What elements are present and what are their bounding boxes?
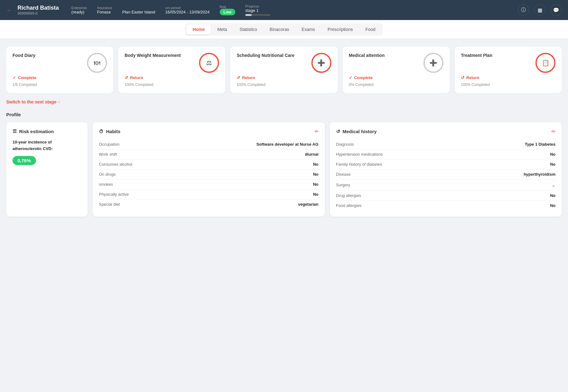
card-completion-food-diary: 1/6 Completed: [13, 83, 107, 87]
history-icon: ↺: [336, 129, 340, 134]
card-completion-medical-attention: 0% Completed: [349, 83, 443, 87]
card-status-treatment-plan[interactable]: ↺ Return: [461, 75, 555, 80]
card-nutritional-care: Scheduling Nutritional Care ➕ ↺ Return 1…: [230, 47, 337, 93]
cards-row: Food Diary 🍽 ✓ Complete 1/6 Completed Bo…: [6, 47, 562, 93]
habits-rows: Occupation Software developer at Nurse A…: [99, 139, 319, 209]
medical-value: Type 1 Diabetes: [525, 142, 555, 147]
medical-label: Food allergies: [336, 203, 362, 208]
risk-value-badge: 0,76%: [13, 156, 36, 165]
patient-name: Richard Batista: [18, 5, 59, 11]
medical-card-title: ↺ Medical history: [336, 129, 377, 134]
card-status-label-food-diary: Complete: [18, 75, 36, 80]
card-completion-nutritional-care: 100% Completed: [237, 83, 331, 87]
nav-tab-food[interactable]: Food: [359, 24, 382, 34]
card-status-label-body-weight: Return: [130, 75, 143, 80]
risk-estimation-card: ☰ Risk estimation 10-year incidence of a…: [6, 122, 88, 217]
progress-bar: [245, 14, 270, 16]
medical-row: Hypertension medications No: [336, 149, 556, 159]
habits-edit-icon[interactable]: ✏: [315, 128, 319, 134]
habits-card: ⏱ Habits ✏ Occupation Software developer…: [93, 122, 325, 217]
period-label: um period: [165, 6, 210, 10]
card-status-icon-food-diary: ✓: [13, 75, 16, 80]
risk-card-header: ☰ Risk estimation: [13, 128, 81, 134]
habits-value: No: [313, 192, 318, 197]
plan-value: Plan Easter Island: [122, 10, 156, 14]
habits-label: Physically active: [99, 192, 129, 197]
calendar-icon: ▦: [538, 7, 542, 13]
card-status-nutritional-care[interactable]: ↺ Return: [237, 75, 331, 80]
medical-row: Family history of diabetes No: [336, 159, 556, 169]
habits-label: Special diet: [99, 202, 120, 207]
card-medical-attention: Medical attention ➕ ✓ Complete 0% Comple…: [343, 47, 450, 93]
card-status-icon-nutritional-care: ↺: [237, 75, 240, 80]
card-title-body-weight: Body Weight Measurement: [125, 53, 199, 58]
nav-tab-meta[interactable]: Meta: [211, 24, 233, 34]
habits-value: No: [313, 182, 318, 187]
medical-value: No: [550, 162, 555, 167]
card-header-treatment-plan: Treatment Plan 📋: [461, 53, 555, 73]
medical-value: hyperthyroidism: [524, 172, 555, 177]
habits-label: On drugs: [99, 172, 115, 177]
risk-card-title: ☰ Risk estimation: [13, 128, 54, 134]
habits-row: smokes No: [99, 179, 319, 189]
chat-icon-button[interactable]: 💬: [550, 4, 562, 16]
nav-tab-home[interactable]: Home: [187, 24, 211, 34]
medical-label: Family history of diabetes: [336, 162, 382, 167]
medical-edit-icon[interactable]: ✏: [551, 128, 555, 134]
habits-row: On drugs No: [99, 169, 319, 179]
habits-row: Special diet vegetarian: [99, 199, 319, 209]
progress-label: Progress: [245, 4, 270, 8]
card-header-body-weight: Body Weight Measurement ⚖: [125, 53, 219, 73]
habits-row: Consumes alcohol No: [99, 159, 319, 169]
medical-row: Diagnosis Type 1 Diabetes: [336, 139, 556, 149]
switch-stage[interactable]: Switch to the next stage→: [6, 99, 562, 104]
insurance-group: Insurance Fonasa: [97, 6, 112, 14]
header-meta: Enterprise (ready) Insurance Fonasa Plan…: [71, 4, 518, 16]
medical-card-header: ↺ Medical history ✏: [336, 128, 556, 134]
main-content: Food Diary 🍽 ✓ Complete 1/6 Completed Bo…: [0, 39, 568, 224]
medical-row: Food allergies No: [336, 201, 556, 210]
plan-label: [122, 6, 156, 10]
back-button[interactable]: ←: [6, 7, 13, 14]
card-icon-treatment-plan: 📋: [535, 53, 555, 73]
medical-row: Surgery ⌄: [336, 179, 556, 191]
progress-stage: stage 1: [245, 8, 270, 13]
habits-card-header: ⏱ Habits ✏: [99, 128, 319, 134]
habits-label: Work shift: [99, 152, 117, 157]
medical-label: Diagnosis: [336, 142, 354, 147]
nav-tab-exams[interactable]: Exams: [295, 24, 321, 34]
chat-icon: 💬: [553, 7, 559, 13]
habits-label: smokes: [99, 182, 113, 187]
card-food-diary: Food Diary 🍽 ✓ Complete 1/6 Completed: [6, 47, 113, 93]
card-treatment-plan: Treatment Plan 📋 ↺ Return 100% Completed: [455, 47, 562, 93]
medical-row: Disease hyperthyroidism: [336, 169, 556, 179]
risk-badge: Low: [220, 9, 235, 15]
insurance-value: Fonasa: [97, 10, 112, 14]
nav-tab-prescriptions[interactable]: Prescriptions: [321, 24, 359, 34]
risk-group: Risk Low: [220, 5, 235, 15]
risk-icon: ☰: [13, 128, 17, 134]
card-title-medical-attention: Medical attention: [349, 53, 423, 58]
card-icon-nutritional-care: ➕: [311, 53, 331, 73]
risk-label: Risk: [220, 5, 235, 9]
habits-value: vegetarian: [298, 202, 318, 207]
nav-tab-statistics[interactable]: Statistics: [233, 24, 264, 34]
profile-label: Profile: [6, 112, 562, 117]
medical-row: Drug allergies No: [336, 191, 556, 201]
progress-fill: [245, 14, 252, 16]
insurance-label: Insurance: [97, 6, 112, 10]
card-status-medical-attention: ✓ Complete: [349, 75, 443, 80]
calendar-icon-button[interactable]: ▦: [534, 4, 545, 16]
card-title-treatment-plan: Treatment Plan: [461, 53, 535, 58]
risk-description: 10-year incidence of atherosclerotic CVD…: [13, 139, 81, 152]
patient-id: 99999999-8: [18, 11, 59, 16]
card-status-body-weight[interactable]: ↺ Return: [125, 75, 219, 80]
habits-label: Occupation: [99, 142, 120, 147]
patient-info: Richard Batista 99999999-8: [18, 5, 59, 16]
period-group: um period 16/05/2024 - 13/09/2024: [165, 6, 210, 14]
nav-tab-binacoras[interactable]: Binacoras: [264, 24, 295, 34]
habits-value: Software developer at Nurse AG: [256, 142, 318, 147]
medical-history-card: ↺ Medical history ✏ Diagnosis Type 1 Dia…: [330, 122, 562, 217]
chevron-down-icon[interactable]: ⌄: [551, 182, 555, 188]
info-icon-button[interactable]: ⓘ: [518, 4, 529, 16]
